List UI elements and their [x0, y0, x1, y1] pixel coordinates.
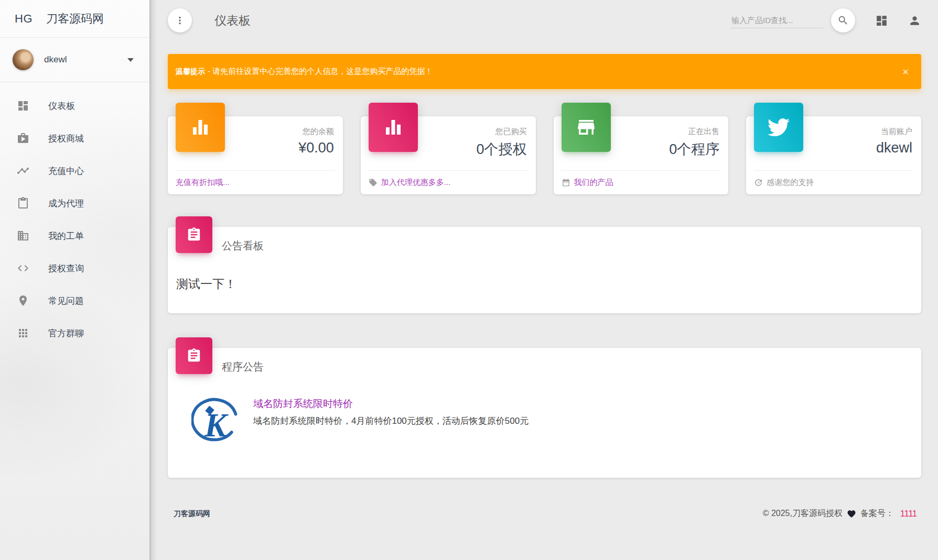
location-pin-icon — [17, 294, 30, 308]
brand-name: 刀客源码网 — [46, 11, 104, 27]
update-icon — [754, 178, 763, 187]
beian-link[interactable]: 1111 — [900, 509, 917, 519]
building-icon — [17, 229, 30, 243]
apps-grid-icon — [17, 326, 30, 340]
brand-logo-mini: HG — [15, 12, 33, 26]
product-logo: K — [191, 396, 242, 446]
sidebar-menu: 仪表板 授权商城 充值中心 成为代理 — [0, 82, 149, 349]
board-content: 测试一下！ — [168, 265, 921, 298]
store-icon — [562, 103, 611, 152]
notice-banner: 温馨提示 - 请先前往设置中心完善您的个人信息，这是您购买产品的凭据！ × — [168, 54, 921, 89]
user-name: dkewl — [44, 54, 127, 65]
sidebar-item-agent[interactable]: 成为代理 — [0, 187, 149, 219]
clipboard-icon — [176, 216, 212, 253]
brand: HG 刀客源码网 — [0, 0, 149, 37]
twitter-icon — [754, 103, 803, 152]
search-input[interactable] — [730, 13, 824, 28]
stat-card-selling: 正在出售 0个程序 我们的产品 — [554, 116, 729, 194]
sidebar-scrollbar[interactable] — [149, 0, 157, 560]
beian-label: 备案号： — [860, 508, 894, 519]
more-vert-icon — [174, 15, 186, 26]
sidebar-item-label: 我的工单 — [48, 230, 84, 242]
dashboard-icon — [17, 99, 30, 113]
person-icon — [908, 14, 921, 27]
thanks-note: 感谢您的支持 — [767, 178, 814, 188]
sidebar-item-license-query[interactable]: 授权查询 — [0, 252, 149, 284]
search-button[interactable] — [831, 8, 855, 32]
close-icon[interactable]: × — [902, 67, 909, 77]
sidebar-item-label: 授权查询 — [48, 262, 84, 274]
dashboard-shortcut-button[interactable] — [875, 14, 888, 27]
chevron-down-icon — [127, 58, 134, 62]
sidebar-item-label: 常见问题 — [48, 295, 84, 307]
sidebar-item-faq[interactable]: 常见问题 — [0, 284, 149, 317]
clipboard-icon — [17, 196, 30, 210]
recharge-discount-link[interactable]: 充值有折扣哦... — [176, 178, 230, 188]
page-title: 仪表板 — [214, 13, 251, 29]
search-icon — [837, 15, 849, 26]
sidebar-item-label: 充值中心 — [48, 165, 84, 177]
program-item-description: 域名防封系统限时特价，4月前特价100元授权，活动后恢复原价500元 — [253, 415, 529, 427]
sidebar: HG 刀客源码网 dkewl 仪表板 授权商城 — [0, 0, 149, 560]
sidebar-item-recharge[interactable]: 充值中心 — [0, 155, 149, 187]
timeline-icon — [17, 164, 30, 178]
sidebar-item-shop[interactable]: 授权商城 — [0, 122, 149, 155]
shop-icon — [17, 131, 30, 145]
topbar: 仪表板 — [168, 0, 921, 37]
bar-chart-icon — [176, 103, 225, 152]
sidebar-item-dashboard[interactable]: 仪表板 — [0, 90, 149, 122]
sidebar-toggle-button[interactable] — [168, 8, 192, 32]
account-button[interactable] — [908, 14, 921, 27]
our-products-link[interactable]: 我们的产品 — [574, 178, 613, 188]
bar-chart-icon — [369, 103, 418, 152]
program-title: 程序公告 — [222, 360, 264, 374]
user-menu[interactable]: dkewl — [0, 38, 149, 82]
stat-cards-row: 您的余额 ¥0.00 充值有折扣哦... 您已购买 0个授权 — [168, 116, 921, 194]
avatar — [13, 49, 34, 70]
dashboard-icon — [875, 14, 888, 27]
program-announcement-item: K 域名防封系统限时特价 域名防封系统限时特价，4月前特价100元授权，活动后恢… — [168, 386, 921, 474]
join-agent-link[interactable]: 加入代理优惠多多... — [381, 178, 451, 188]
board-title: 公告看板 — [222, 239, 264, 253]
clipboard-icon — [176, 337, 212, 374]
program-item-link[interactable]: 域名防封系统限时特价 — [253, 397, 353, 411]
code-icon — [17, 261, 30, 275]
sidebar-item-label: 成为代理 — [48, 197, 84, 210]
heart-icon — [847, 509, 856, 519]
stat-card-account: 当前账户 dkewl 感谢您的支持 — [746, 116, 921, 194]
banner-text: - 请先前往设置中心完善您的个人信息，这是您购买产品的凭据！ — [208, 67, 433, 76]
app-root: HG 刀客源码网 dkewl 仪表板 授权商城 — [0, 0, 938, 560]
tag-icon — [369, 178, 378, 187]
program-announcement-card: 程序公告 K 域名防封系统限时特价 域名防封系统限时特价，4月前特价100元授权… — [168, 348, 921, 478]
calendar-icon — [562, 178, 570, 187]
announcement-board-card: 公告看板 测试一下！ — [168, 227, 921, 313]
banner-title: 温馨提示 — [176, 67, 205, 76]
topbar-actions — [730, 8, 921, 32]
sidebar-item-label: 官方群聊 — [48, 327, 84, 339]
footer-brand: 刀客源码网 — [174, 509, 210, 519]
copyright-text: © 2025,刀客源码授权 — [763, 508, 843, 519]
sidebar-item-label: 仪表板 — [48, 100, 75, 112]
stat-card-purchased: 您已购买 0个授权 加入代理优惠多多... — [361, 116, 536, 194]
page-footer: 刀客源码网 © 2025,刀客源码授权 备案号： 1111 — [168, 478, 921, 519]
sidebar-item-tickets[interactable]: 我的工单 — [0, 219, 149, 252]
sidebar-item-label: 授权商城 — [48, 133, 84, 145]
sidebar-item-group-chat[interactable]: 官方群聊 — [0, 317, 149, 349]
stat-card-balance: 您的余额 ¥0.00 充值有折扣哦... — [168, 116, 343, 194]
main-content: 仪表板 — [157, 0, 938, 560]
